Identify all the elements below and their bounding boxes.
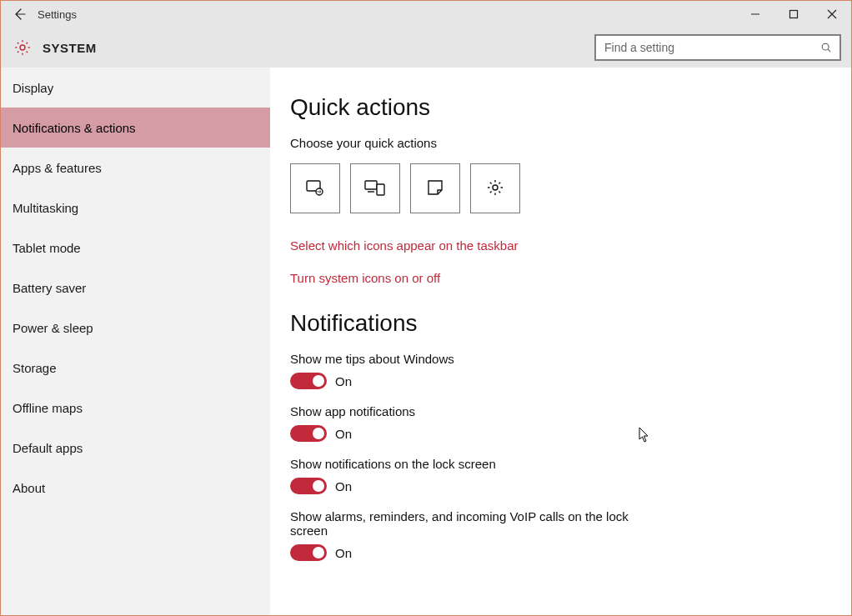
- svg-point-3: [822, 43, 829, 50]
- quick-tile-connect[interactable]: [350, 163, 400, 213]
- sidebar-item-label: Default apps: [13, 441, 83, 455]
- window-title: Settings: [38, 8, 77, 21]
- search-box[interactable]: [594, 34, 841, 61]
- toggle-lock-screen-notifications: Show notifications on the lock screen On: [290, 457, 831, 494]
- maximize-button[interactable]: [774, 1, 813, 28]
- toggle-label: Show app notifications: [290, 404, 640, 418]
- sidebar-item-display[interactable]: Display: [1, 68, 270, 108]
- toggle-state: On: [335, 427, 352, 441]
- all-settings-icon: [485, 178, 505, 200]
- sidebar-item-label: Offline maps: [13, 401, 83, 415]
- page-title: SYSTEM: [43, 41, 97, 55]
- quick-tile-tablet-mode[interactable]: [290, 163, 340, 213]
- toggle-state: On: [335, 374, 352, 388]
- quick-tile-all-settings[interactable]: [470, 163, 520, 213]
- sidebar: Display Notifications & actions Apps & f…: [1, 68, 270, 615]
- toggle-label: Show alarms, reminders, and incoming VoI…: [290, 509, 640, 538]
- sidebar-item-offline-maps[interactable]: Offline maps: [1, 388, 270, 428]
- sidebar-item-label: Battery saver: [13, 281, 86, 295]
- sidebar-item-storage[interactable]: Storage: [1, 348, 270, 388]
- sidebar-item-label: Tablet mode: [13, 241, 81, 255]
- quick-action-tiles: [290, 163, 831, 213]
- search-input[interactable]: [603, 40, 819, 55]
- toggle-app-notifications: Show app notifications On: [290, 404, 831, 442]
- section-notifications-title: Notifications: [290, 310, 831, 337]
- svg-rect-1: [790, 11, 798, 18]
- svg-point-2: [20, 45, 25, 50]
- sidebar-item-label: Multitasking: [13, 201, 78, 215]
- connect-icon: [363, 177, 387, 201]
- section-quick-actions-title: Quick actions: [290, 94, 831, 121]
- svg-rect-7: [365, 181, 377, 189]
- sidebar-item-apps[interactable]: Apps & features: [1, 148, 270, 188]
- sidebar-item-power[interactable]: Power & sleep: [1, 308, 270, 348]
- link-taskbar-icons[interactable]: Select which icons appear on the taskbar: [290, 238, 831, 253]
- svg-point-6: [316, 188, 323, 195]
- gear-icon: [11, 36, 34, 59]
- quick-actions-subtext: Choose your quick actions: [290, 136, 831, 150]
- svg-line-4: [828, 49, 830, 52]
- toggle-switch[interactable]: [290, 478, 327, 494]
- svg-rect-8: [377, 184, 384, 195]
- svg-point-10: [493, 185, 498, 190]
- toggle-state: On: [335, 546, 352, 560]
- toggle-switch[interactable]: [290, 544, 327, 561]
- sidebar-item-battery[interactable]: Battery saver: [1, 268, 270, 308]
- sidebar-item-tablet-mode[interactable]: Tablet mode: [1, 228, 270, 268]
- toggle-alarms-lock-screen: Show alarms, reminders, and incoming VoI…: [290, 509, 831, 561]
- toggle-switch[interactable]: [290, 425, 327, 442]
- sidebar-item-multitasking[interactable]: Multitasking: [1, 188, 270, 228]
- sidebar-item-default-apps[interactable]: Default apps: [1, 428, 270, 468]
- close-button[interactable]: [813, 1, 851, 28]
- back-button[interactable]: [8, 3, 31, 26]
- search-icon: [819, 41, 833, 54]
- titlebar: Settings: [1, 1, 851, 28]
- toggle-switch[interactable]: [290, 373, 327, 389]
- sidebar-item-label: Notifications & actions: [13, 121, 136, 135]
- header: SYSTEM: [1, 28, 851, 68]
- sidebar-item-label: Display: [13, 81, 53, 95]
- sidebar-item-label: Power & sleep: [13, 321, 93, 335]
- sidebar-item-notifications[interactable]: Notifications & actions: [1, 108, 270, 148]
- content: Quick actions Choose your quick actions: [270, 68, 851, 615]
- toggle-tips: Show me tips about Windows On: [290, 352, 831, 389]
- sidebar-item-label: Storage: [13, 361, 57, 375]
- note-icon: [425, 178, 445, 200]
- quick-tile-note[interactable]: [410, 163, 460, 213]
- tablet-mode-icon: [304, 177, 326, 201]
- window-controls: [736, 1, 851, 28]
- sidebar-item-label: Apps & features: [13, 161, 102, 175]
- sidebar-item-label: About: [13, 481, 45, 495]
- toggle-label: Show me tips about Windows: [290, 352, 640, 366]
- minimize-button[interactable]: [736, 1, 774, 28]
- toggle-label: Show notifications on the lock screen: [290, 457, 640, 471]
- link-system-icons[interactable]: Turn system icons on or off: [290, 271, 831, 285]
- toggle-state: On: [335, 479, 352, 493]
- sidebar-item-about[interactable]: About: [1, 468, 270, 508]
